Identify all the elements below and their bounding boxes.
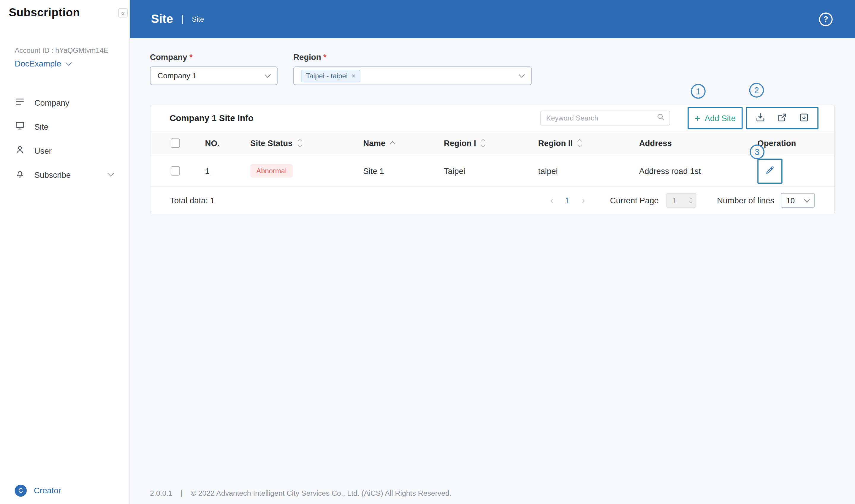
search-input[interactable] <box>546 114 656 122</box>
region-filter: Region* Taipei - taipei × <box>293 52 532 85</box>
plus-icon: + <box>695 113 700 123</box>
column-label: Operation <box>757 139 796 148</box>
sidebar-item-label: Subscribe <box>34 170 71 179</box>
pager: ‹ 1 › <box>550 195 585 206</box>
company-label-text: Company <box>150 52 187 61</box>
edit-button[interactable] <box>765 165 775 177</box>
region-label: Region* <box>293 52 532 61</box>
sort-ascending-icon[interactable] <box>391 142 394 145</box>
filters: Company* Company 1 Region* Taipei - <box>150 52 835 85</box>
required-mark: * <box>323 52 326 61</box>
cell-region-2: taipei <box>538 166 639 176</box>
previous-page-button[interactable]: ‹ <box>550 195 553 206</box>
account-switcher[interactable]: DocExample <box>15 59 108 68</box>
column-no: NO. <box>205 139 250 148</box>
total-data-label: Total data: 1 <box>170 196 215 205</box>
lines-per-page-select[interactable]: 10 <box>781 193 815 208</box>
site-info-card: Company 1 Site Info + Add Site <box>150 105 835 214</box>
current-user-name: Creator <box>34 486 61 495</box>
column-label: Address <box>639 139 672 148</box>
column-name[interactable]: Name <box>363 139 444 148</box>
footer-separator: | <box>181 489 182 497</box>
region-2-value: taipei <box>538 166 558 176</box>
user-icon <box>15 144 25 157</box>
cell-site-status: Abnormal <box>250 164 363 178</box>
chevron-down-icon <box>66 59 72 66</box>
cell-region-1: Taipei <box>444 166 538 176</box>
sidebar-item-label: Company <box>34 98 70 107</box>
table-footer: Total data: 1 ‹ 1 › Current Page 1 Numbe… <box>150 187 834 214</box>
chevron-down-icon <box>804 196 810 202</box>
column-region-2[interactable]: Region II <box>538 139 639 148</box>
column-label: Region II <box>538 139 573 148</box>
company-icon <box>15 96 25 109</box>
row-number: 1 <box>205 166 210 176</box>
address-value: Address road 1st <box>639 166 701 176</box>
current-user[interactable]: C Creator <box>15 484 61 496</box>
current-page-label: Current Page <box>610 196 659 205</box>
cell-name: Site 1 <box>363 166 444 176</box>
export-button[interactable] <box>777 112 787 124</box>
help-icon[interactable]: ? <box>819 12 833 26</box>
region-tag: Taipei - taipei × <box>301 70 361 82</box>
sidebar: Subscription « Account ID : hYaQGMtvm14E… <box>0 0 130 504</box>
company-filter: Company* Company 1 <box>150 52 278 85</box>
sort-icon[interactable] <box>482 140 485 147</box>
sidebar-item-label: Site <box>34 122 48 131</box>
sidebar-item-site[interactable]: Site <box>0 114 129 139</box>
region-label-text: Region <box>293 52 321 61</box>
column-site-status[interactable]: Site Status <box>250 139 363 148</box>
annotation-box-2 <box>746 107 819 129</box>
tag-remove-icon[interactable]: × <box>352 72 356 80</box>
region-tag-text: Taipei - taipei <box>306 72 348 80</box>
search-icon[interactable] <box>656 113 665 123</box>
sort-icon[interactable] <box>578 140 582 147</box>
export-icon <box>777 112 787 124</box>
sidebar-item-user[interactable]: User <box>0 139 129 163</box>
page-footer: 2.0.0.1 | © 2022 Advantech Intelligent C… <box>150 489 451 497</box>
cell-operation <box>757 159 834 183</box>
chevron-down-icon <box>265 72 271 78</box>
page-number[interactable]: 1 <box>565 196 570 205</box>
column-operation: Operation <box>757 139 834 148</box>
import-button[interactable] <box>755 112 766 124</box>
lines-per-page-value: 10 <box>786 196 805 204</box>
add-site-button[interactable]: + Add Site <box>695 113 736 123</box>
current-page-input[interactable]: 1 <box>666 193 696 208</box>
page-header: Site | Site ? <box>130 0 855 38</box>
column-label: Region I <box>444 139 476 148</box>
avatar: C <box>15 484 27 496</box>
table-row: 1 Abnormal Site 1 Taipei taipei <box>150 155 834 187</box>
company-select-value: Company 1 <box>158 72 266 80</box>
column-region-1[interactable]: Region I <box>444 139 538 148</box>
region-multiselect[interactable]: Taipei - taipei × <box>293 67 532 85</box>
row-checkbox-cell <box>150 166 205 176</box>
annotation-box-1: + Add Site <box>688 107 743 129</box>
stepper-icon[interactable] <box>690 198 692 203</box>
status-badge: Abnormal <box>250 164 293 178</box>
sidebar-collapse-button[interactable]: « <box>119 8 128 18</box>
company-select[interactable]: Company 1 <box>150 67 278 85</box>
table-header: NO. Site Status Name Region I <box>150 131 834 156</box>
site-icon <box>15 120 25 133</box>
row-checkbox[interactable] <box>171 166 180 176</box>
region-1-value: Taipei <box>444 166 465 176</box>
header-checkbox-cell <box>150 139 205 148</box>
annotation-circle-1: 1 <box>691 84 706 99</box>
cell-address: Address road 1st <box>639 166 758 176</box>
chevron-down-icon <box>519 72 525 78</box>
download-icon <box>799 112 809 124</box>
sidebar-item-subscribe[interactable]: Subscribe <box>0 162 129 186</box>
next-page-button[interactable]: › <box>582 195 585 206</box>
sidebar-item-company[interactable]: Company <box>0 91 129 114</box>
sort-icon[interactable] <box>298 140 301 147</box>
content: Company* Company 1 Region* Taipei - <box>130 52 855 214</box>
select-all-checkbox[interactable] <box>171 139 180 148</box>
sidebar-menu: Company Site User Subscribe <box>0 91 129 186</box>
region-tags: Taipei - taipei × <box>301 70 520 82</box>
version-label: 2.0.0.1 <box>150 489 173 497</box>
copyright-label: © 2022 Advantech Intelligent City Servic… <box>191 489 451 497</box>
download-button[interactable] <box>799 112 809 124</box>
app-title: Subscription <box>8 6 80 19</box>
column-address: Address <box>639 139 758 148</box>
